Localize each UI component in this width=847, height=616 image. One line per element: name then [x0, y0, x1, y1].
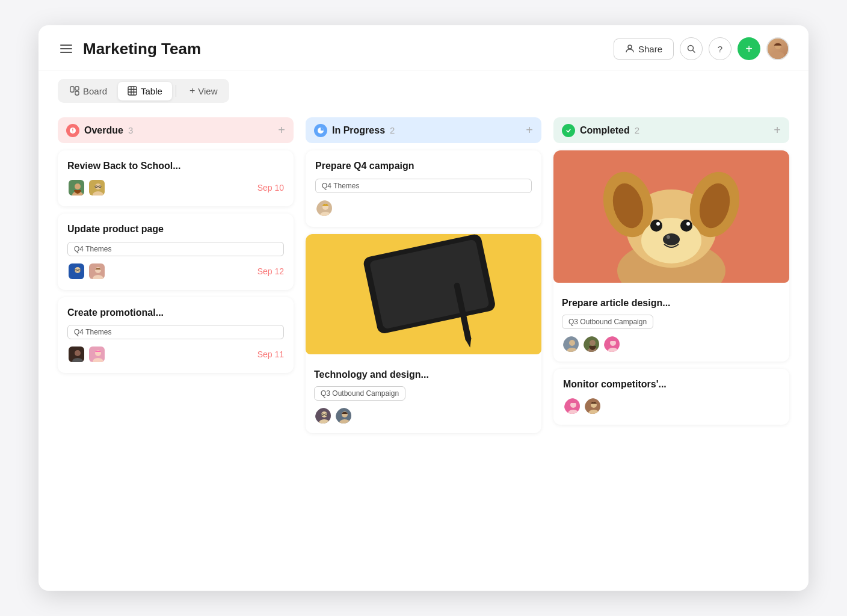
inprogress-add-button[interactable]: +	[526, 123, 533, 137]
svg-point-32	[95, 267, 101, 273]
avatar-man-short	[334, 407, 353, 425]
completed-count: 2	[635, 125, 639, 135]
card-update-product: Update product page Q4 Themes	[58, 214, 294, 290]
inprogress-status-icon	[314, 124, 327, 137]
svg-point-71	[663, 233, 680, 245]
avatar-woman-blonde	[315, 199, 333, 217]
avatar-bearded-img	[69, 180, 85, 197]
card-prepare-article-avatars	[562, 335, 781, 353]
svg-point-69	[656, 222, 660, 226]
corgi-image	[553, 150, 789, 283]
card-prepare-article-title: Prepare article design...	[562, 297, 781, 310]
svg-rect-15	[72, 131, 73, 132]
tab-divider	[176, 85, 176, 97]
completed-add-button[interactable]: +	[774, 123, 781, 137]
avatar-man-short-img	[336, 408, 353, 425]
avatar-glasses	[88, 179, 106, 197]
avatar-man-dark	[67, 345, 85, 363]
user-avatar[interactable]	[766, 37, 789, 60]
share-person-icon	[625, 44, 635, 54]
overdue-status-icon	[66, 124, 79, 137]
overdue-count: 3	[128, 125, 133, 135]
card-update-product-tag: Q4 Themes	[67, 242, 284, 256]
tablet-image-svg	[306, 234, 541, 354]
tab-board[interactable]: Board	[60, 82, 117, 100]
card-review-back: Review Back to School...	[58, 150, 294, 206]
add-button[interactable]: +	[738, 37, 760, 60]
column-header-completed: Completed 2 +	[553, 117, 789, 143]
tab-view[interactable]: + View	[180, 81, 227, 100]
corgi-image-svg	[553, 150, 789, 283]
tablet-image	[306, 234, 541, 354]
card-monitor-competitors: Monitor competitors'...	[553, 369, 789, 425]
card-create-promo-avatars	[67, 345, 108, 363]
overdue-title: Overdue	[84, 125, 123, 136]
tab-board-label: Board	[83, 86, 107, 96]
column-completed: Completed 2 +	[553, 117, 789, 571]
card-review-back-avatars	[67, 179, 108, 197]
view-plus-icon: +	[189, 85, 195, 96]
app-window: Marketing Team Share ? +	[38, 25, 808, 591]
card-monitor-title: Monitor competitors'...	[563, 378, 780, 391]
card-create-promo-footer: Sep 11	[67, 345, 284, 363]
avatar-bearded	[67, 179, 85, 197]
overdue-icon	[69, 127, 76, 134]
tab-table[interactable]: Table	[118, 82, 172, 100]
column-inprogress: In Progress 2 + Prepare Q4 campaign Q4 T…	[306, 117, 541, 571]
svg-point-77	[590, 340, 596, 346]
overdue-add-button[interactable]: +	[278, 123, 285, 137]
header-right: Share ? +	[614, 37, 789, 60]
header-left: Marketing Team	[58, 40, 201, 58]
avatar-man-glasses2	[314, 407, 332, 425]
svg-rect-6	[75, 87, 79, 90]
search-button[interactable]	[680, 37, 703, 60]
card-update-product-avatars	[67, 262, 108, 280]
completed-icon	[565, 127, 572, 134]
header: Marketing Team Share ? +	[38, 25, 808, 70]
help-icon: ?	[718, 44, 722, 54]
avatar-man-blue-img	[69, 263, 85, 280]
inprogress-title: In Progress	[332, 125, 385, 136]
card-monitor-avatars	[563, 397, 780, 415]
column-header-inprogress: In Progress 2 +	[306, 117, 541, 143]
card-prepare-article-content: Prepare article design... Q3 Outbound Ca…	[553, 289, 789, 362]
share-button[interactable]: Share	[614, 38, 674, 60]
card-review-back-footer: Sep 10	[67, 179, 284, 197]
svg-point-35	[75, 350, 81, 356]
card-tech-design-tag-wrap: Q3 Outbound Campaign	[314, 386, 533, 401]
add-icon: +	[745, 43, 753, 55]
card-update-product-title: Update product page	[67, 223, 284, 236]
card-create-promo-due: Sep 11	[257, 350, 284, 359]
card-prepare-article-tag: Q3 Outbound Campaign	[562, 315, 653, 329]
inprogress-count: 2	[390, 125, 395, 135]
card-tech-design: Technology and design... Q3 Outbound Cam…	[306, 234, 541, 433]
svg-point-0	[628, 45, 632, 49]
card-tech-design-avatars	[314, 407, 533, 425]
card-prepare-q4: Prepare Q4 campaign Q4 Themes	[306, 150, 541, 227]
svg-rect-8	[128, 87, 137, 95]
table-icon	[128, 86, 137, 96]
avatar-man-beard2-img	[584, 336, 600, 353]
card-create-promo-tag: Q4 Themes	[67, 325, 284, 339]
avatar-woman-pink3	[563, 397, 581, 415]
column-header-overdue: Overdue 3 +	[58, 117, 294, 143]
card-tech-design-tag: Q3 Outbound Campaign	[314, 386, 405, 401]
completed-status-icon	[562, 124, 575, 137]
board: Overdue 3 + Review Back to School...	[38, 111, 808, 591]
card-update-product-due: Sep 12	[257, 266, 284, 276]
menu-icon[interactable]	[58, 42, 75, 55]
help-button[interactable]: ?	[709, 37, 732, 60]
avatar-glasses-img	[89, 180, 106, 197]
svg-point-67	[650, 220, 662, 232]
avatar-woman-light	[88, 262, 106, 280]
avatar-woman-light-img	[89, 263, 106, 280]
avatar-woman-pink	[88, 345, 106, 363]
avatar-woman-pink3-img	[564, 398, 581, 415]
user-avatar-img	[768, 38, 788, 59]
svg-point-68	[680, 220, 692, 232]
avatar-man-beard2	[582, 335, 600, 353]
toolbar: Board Table + View	[38, 70, 808, 111]
svg-point-74	[569, 340, 575, 346]
avatar-man-glasses2-img	[315, 408, 332, 425]
avatar-man-dark-img	[69, 346, 85, 363]
